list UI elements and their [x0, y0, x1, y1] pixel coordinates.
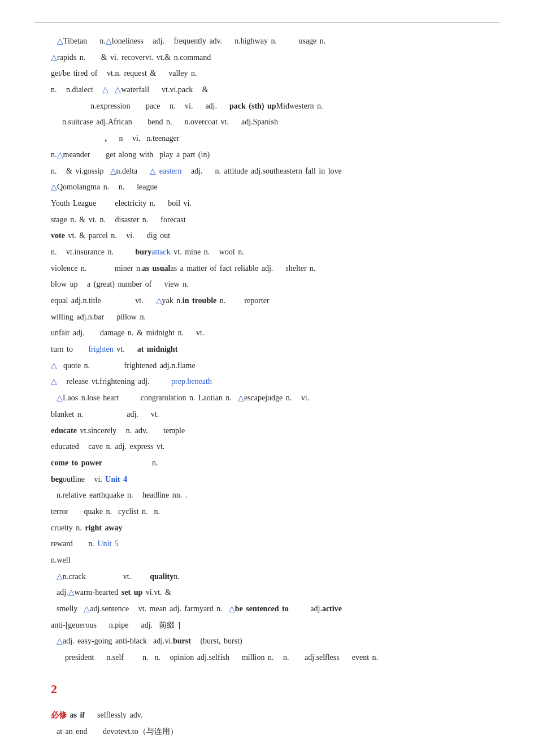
line-27: come to power n. — [34, 455, 500, 472]
line-39: president n.self n. n. opinion adj.selfi… — [34, 650, 500, 666]
line-25: educate vt.sincerely n. adv. temple — [34, 423, 500, 439]
line-34: △n.crack vt. qualityn. — [34, 569, 500, 585]
main-content: △Tibetan n.△loneliness adj. frequently a… — [34, 33, 500, 740]
line-11: Youth League electricity n. boil vi. — [34, 196, 500, 212]
line-35: adj.△warm-hearted set up vi.vt. & — [34, 585, 500, 601]
line-32: reward n. Unit 5 — [34, 536, 500, 552]
line-16: blow up a (great) number of view n. — [34, 277, 500, 293]
line-3: get/be tired of vt.n. request & valley n… — [34, 66, 500, 82]
line-9: n. & vi.gossip △n.delta △ eastern adj. n… — [34, 163, 500, 180]
line-33: n.well — [34, 552, 500, 569]
line-36: smelly △adj.sentence vt. mean adj. farmy… — [34, 601, 500, 617]
bixiu-label: 必修 — [51, 711, 67, 719]
line-29: n.relative earthquake n. headline nn. . — [34, 487, 500, 504]
line-8: n.△meander get along with play a part (i… — [34, 147, 500, 163]
line-2: △rapids n. & vi. recovervt. vt.& n.comma… — [34, 50, 500, 66]
top-rule — [34, 23, 500, 23]
line-7: ， n vi. n.teenager — [34, 131, 500, 147]
page-container: △Tibetan n.△loneliness adj. frequently a… — [34, 23, 500, 740]
red-number-2: 2 — [34, 676, 500, 702]
line-31: cruelty n. right away — [34, 520, 500, 537]
line-12: stage n. & vt. n. disaster n. forecast — [34, 212, 500, 228]
line-15: violence n. miner n.as usualas a matter … — [34, 261, 500, 277]
line-22: △ release vt.frightening adj. prep.benea… — [34, 374, 500, 390]
bixiu-section: 必修 as if selflessly adv. — [34, 707, 500, 724]
triangle-tibetan: △ — [57, 37, 63, 45]
line-37: anti-[generous n.pipe adj. 前缀 ] — [34, 617, 500, 634]
line-4: n. n.dialect △ △waterfall vt.vi.pack & — [34, 82, 500, 98]
line-5: n.expression pace n. vi. adj. pack (sth)… — [34, 98, 500, 115]
line-23: △Laos n.lose heart congratulation n. Lao… — [34, 390, 500, 407]
line-13: vote vt. & parcel n. vi. dig out — [34, 228, 500, 244]
bottom-section: at an end devotevt.to（与连用） — [34, 724, 500, 740]
line-14: n. vt.insurance n. buryattack vt. mine n… — [34, 244, 500, 261]
line-17: equal adj.n.title vt. △yak n.in trouble … — [34, 293, 500, 309]
line-6: n.suitcase adj.African bend n. n.overcoa… — [34, 114, 500, 131]
line-10: △Qomolangma n. n. league — [34, 179, 500, 196]
line-19: unfair adj. damage n. & midnight n. vt. — [34, 325, 500, 342]
line-30: terror quake n. cyclist n. n. — [34, 504, 500, 520]
line-1: △Tibetan n.△loneliness adj. frequently a… — [34, 33, 500, 50]
line-18: willing adj.n.bar pillow n. — [34, 309, 500, 326]
line-20: turn to frighten vt. at midnight — [34, 342, 500, 358]
line-38: △adj. easy-going anti-black adj.vi.burst… — [34, 633, 500, 650]
line-26: educated cave n. adj. express vt. — [34, 439, 500, 455]
line-24: blanket n. adj. vt. — [34, 407, 500, 423]
line-21: △ quote n. frightened adj.n.flame — [34, 358, 500, 374]
line-28: begoutline vi. Unit 4 — [34, 472, 500, 488]
